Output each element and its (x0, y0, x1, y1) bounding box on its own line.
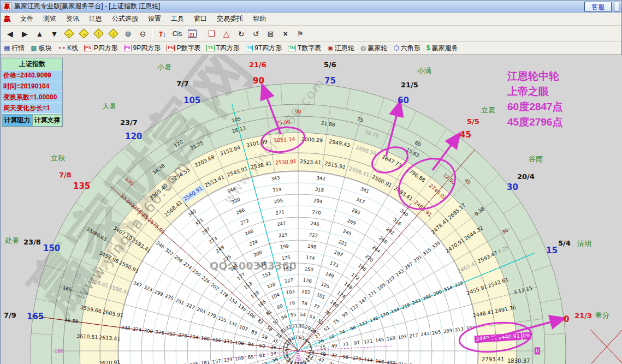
svg-text:春分: 春分 (595, 311, 609, 319)
diamond-up-icon: ↑ (93, 28, 103, 38)
module-button-六角形[interactable]: ⬡六角形 (393, 44, 420, 53)
nav-right-button[interactable]: ▶ (17, 27, 32, 40)
rotate-ccw-button[interactable]: ↺ (248, 27, 263, 40)
diamond-left-button[interactable]: ← (62, 27, 76, 40)
svg-text:156: 156 (212, 337, 221, 343)
menu-item-1[interactable]: 浏览 (38, 13, 61, 25)
svg-text:120: 120 (352, 355, 362, 362)
nav-left-icon: ◀ (7, 29, 13, 38)
rotate-ccw-icon: ↺ (253, 29, 259, 38)
module-button-K线[interactable]: ᛭᛭K线 (58, 44, 78, 53)
module-label: P四方形 (94, 44, 118, 53)
svg-text:247: 247 (277, 220, 286, 227)
svg-text:265: 265 (432, 329, 441, 336)
diamond-right-button[interactable]: → (76, 27, 91, 40)
menu-item-3[interactable]: 江恩 (84, 13, 107, 25)
module-label: 赢家服务 (432, 44, 458, 53)
zoom-in-button[interactable]: ⊕ (121, 27, 135, 40)
diamond-down-button[interactable]: ↓ (106, 27, 121, 40)
panel-button-support[interactable]: 计算支撑 (32, 114, 62, 127)
nav-up-button[interactable]: ▲ (32, 27, 47, 40)
svg-text:105: 105 (183, 96, 200, 105)
triangle-shape-button[interactable]: △ (219, 27, 234, 40)
calendar-button[interactable]: 21 (185, 27, 199, 40)
flag-button[interactable]: ⚑ (293, 27, 307, 40)
menu-item-2[interactable]: 资讯 (61, 13, 84, 25)
menu-logo-icon: 赢 (4, 14, 11, 24)
dollar-icon: $ (426, 45, 430, 51)
module-button-赢家轮[interactable]: ◍赢家轮 (360, 44, 387, 53)
svg-text:54: 54 (300, 312, 306, 318)
panel-row-3: 周天变化步长=1 (2, 103, 62, 114)
nav-down-button[interactable]: ▼ (47, 27, 62, 40)
module-button-江恩轮[interactable]: ◉江恩轮 (327, 44, 354, 53)
svg-text:120: 120 (125, 132, 142, 141)
boxed-x-button[interactable]: ⊠ (263, 27, 278, 40)
nav-right-icon: ▶ (22, 29, 28, 38)
svg-text:21/5: 21/5 (401, 81, 418, 89)
svg-text:20/4: 20/4 (517, 172, 535, 181)
svg-text:271: 271 (275, 209, 285, 216)
menu-item-0[interactable]: 文件 (15, 13, 38, 25)
menu-item-5[interactable]: 设置 (143, 13, 166, 25)
module-button-P数字表[interactable]: PNP数字表 (167, 44, 200, 53)
support-button[interactable]: 客服 (584, 2, 612, 11)
annotation-line-1: 上帝之眼 (507, 84, 562, 99)
hexagon-icon: ⬡ (393, 45, 399, 51)
PS-icon: PS (84, 45, 92, 51)
diamond-down-icon: ↓ (108, 28, 118, 38)
module-button-T数字表[interactable]: TNT数字表 (288, 44, 321, 53)
zoom-out-button[interactable]: ⊖ (135, 27, 150, 40)
svg-text:144: 144 (364, 356, 373, 363)
P9-icon: P9 (124, 45, 132, 51)
menu-item-6[interactable]: 工具 (166, 13, 189, 25)
square-shape-button[interactable] (204, 27, 219, 40)
svg-text:217: 217 (409, 332, 418, 339)
toolbar-separator (152, 28, 153, 39)
t-scale-button[interactable]: T↕ (155, 27, 170, 40)
module-button-行情[interactable]: ▦行情 (4, 44, 25, 53)
module-button-9P四方形[interactable]: P99P四方形 (124, 44, 161, 53)
cls-button[interactable]: Cls (170, 27, 185, 40)
svg-text:小暑: 小暑 (157, 63, 171, 71)
svg-text:223: 223 (278, 232, 287, 238)
svg-text:23/8: 23/8 (23, 238, 41, 246)
module-button-板块[interactable]: ▩板块 (31, 44, 51, 53)
panel-rows: 价格=2440.9099时间=20190104变换系数=1.00000周天变化步… (2, 70, 62, 114)
magenta-annotation: 江恩轮中轮上帝之眼60度2847点45度2796点 (507, 69, 562, 130)
svg-text:193: 193 (398, 333, 407, 340)
module-label: K线 (67, 44, 78, 53)
diamond-up-button[interactable]: ↑ (91, 27, 106, 40)
module-button-9T四方形[interactable]: T99T四方形 (246, 44, 282, 53)
triangle-shape-icon: △ (223, 29, 230, 39)
TS-icon: TS (206, 45, 214, 51)
svg-text:216: 216 (398, 361, 407, 364)
svg-text:145: 145 (375, 337, 384, 343)
svg-text:立秋: 立秋 (51, 154, 66, 162)
svg-text:102: 102 (301, 289, 311, 295)
svg-text:318: 318 (315, 187, 324, 193)
svg-text:7/9: 7/9 (4, 311, 16, 319)
svg-text:192: 192 (386, 360, 395, 364)
panel-button-resist[interactable]: 计算阻力 (2, 114, 32, 127)
svg-text:97: 97 (353, 340, 360, 346)
module-label: 六角形 (401, 44, 420, 53)
menu-item-8[interactable]: 交易委托 (212, 13, 248, 25)
svg-text:清明: 清明 (577, 240, 591, 248)
title-bar: 赢 赢家江恩专业版[赢家服务平台] - [上证指数 江恩轮] 客服 (1, 1, 621, 13)
svg-text:126: 126 (303, 277, 312, 284)
rotate-cw-button[interactable]: ↻ (234, 27, 248, 40)
menu-item-7[interactable]: 窗口 (189, 13, 212, 25)
menu-item-9[interactable]: 帮助 (248, 13, 271, 25)
partial-button[interactable] (614, 2, 619, 11)
module-button-P四方形[interactable]: PSP四方形 (84, 44, 118, 53)
svg-text:2793.41: 2793.41 (482, 356, 504, 362)
cls-icon: Cls (173, 30, 182, 38)
module-label: P数字表 (176, 44, 200, 53)
menu-item-4[interactable]: 公式选股 (107, 13, 143, 25)
module-button-T四方形[interactable]: TST四方形 (206, 44, 240, 53)
module-button-赢家服务[interactable]: $赢家服务 (426, 44, 458, 53)
nav-left-button[interactable]: ◀ (3, 27, 17, 40)
fit-button[interactable]: × (278, 27, 293, 40)
titlebar-buttons: 客服 (584, 2, 619, 11)
